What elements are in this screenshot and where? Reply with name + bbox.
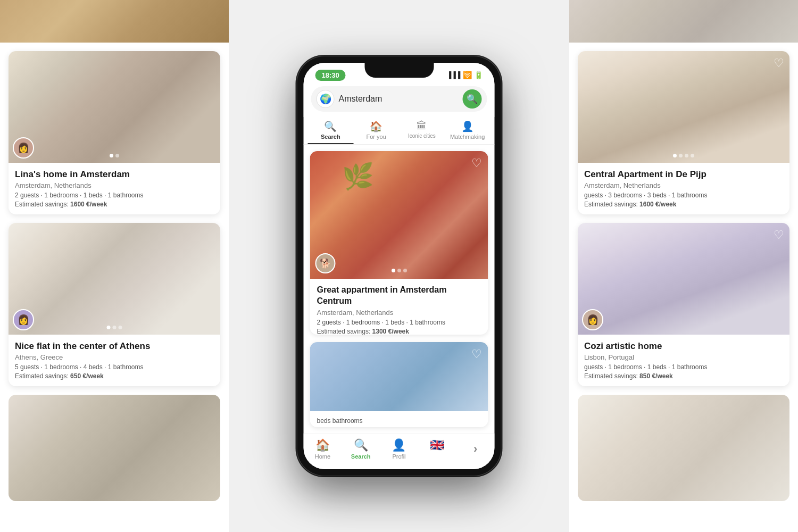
profile-label: Profil bbox=[392, 453, 405, 460]
search-nav-label: Search bbox=[351, 453, 371, 460]
bg-left-card-1-img: 👩 bbox=[9, 51, 220, 163]
heart-right-2[interactable]: ♡ bbox=[774, 228, 784, 242]
search-nav-icon: 🔍 bbox=[354, 438, 368, 452]
tab-for-you-icon: 🏠 bbox=[370, 120, 383, 132]
bg-card-1-title: Lina's home in Amsterdam bbox=[15, 169, 214, 180]
heart-right-1[interactable]: ♡ bbox=[774, 56, 784, 70]
dot-row-2 bbox=[107, 326, 122, 329]
tab-iconic-cities-label: Iconic cities bbox=[408, 133, 436, 139]
app-content: 🌿 🐕 ♡ Great appartment in Amsterdam Cent… bbox=[304, 145, 495, 434]
listing-1-img: 🌿 🐕 ♡ bbox=[310, 151, 488, 279]
dot-row-1 bbox=[110, 154, 119, 157]
tab-for-you-label: For you bbox=[366, 134, 386, 140]
bg-right-card-1-savings: Estimated savings: 1600 €/week bbox=[584, 201, 783, 208]
bg-card-2-location: Athens, Greece bbox=[15, 353, 214, 361]
bg-right-card-2-location: Lisbon, Portugal bbox=[584, 353, 783, 361]
bg-card-2-title: Nice flat in the center of Athens bbox=[15, 341, 214, 352]
bg-card-1-location: Amsterdam, Netherlands bbox=[15, 181, 214, 189]
listing-1-details: 2 guests · 1 bedrooms · 1 beds · 1 bathr… bbox=[317, 319, 481, 326]
bg-left-card-1: 👩 Lina's home in Amsterdam Amsterdam, Ne… bbox=[9, 51, 220, 214]
tab-search[interactable]: 🔍 Search bbox=[308, 117, 354, 144]
bottom-nav-home[interactable]: 🏠 Home bbox=[304, 438, 342, 460]
avatar-2: 👩 bbox=[13, 309, 34, 330]
tab-search-icon: 🔍 bbox=[324, 120, 337, 132]
tab-matchmaking-label: Matchmaking bbox=[450, 134, 485, 140]
bg-right-card-1-location: Amsterdam, Netherlands bbox=[584, 181, 783, 189]
bg-right-card-1-title: Central Apartment in De Pijp bbox=[584, 169, 783, 180]
battery-icon: 🔋 bbox=[474, 71, 483, 79]
bg-right-card-1: ♡ Central Apartment in De Pijp Amsterdam… bbox=[578, 51, 789, 214]
bg-right-card-1-details: guests · 3 bedrooms · 3 beds · 1 bathroo… bbox=[584, 192, 783, 199]
bg-right-column: ♡ Central Apartment in De Pijp Amsterdam… bbox=[569, 0, 798, 532]
bg-card-2-savings: Estimated savings: 650 €/week bbox=[15, 372, 214, 380]
status-time: 18:30 bbox=[315, 70, 346, 80]
bg-card-1-details: 2 guests · 1 bedrooms · 1 beds · 1 bathr… bbox=[15, 192, 214, 199]
phone-screen: 18:30 ▐▐▐ 🛜 🔋 🌍 Amsterdam 🔍 bbox=[304, 63, 495, 469]
listing-1-avatar: 🐕 bbox=[315, 253, 336, 273]
globe-btn[interactable]: 🌍 bbox=[317, 90, 335, 108]
notch bbox=[364, 63, 434, 78]
bg-left-bottom-img bbox=[9, 395, 220, 501]
listing-1-location: Amsterdam, Netherlands bbox=[317, 309, 481, 317]
bottom-nav: 🏠 Home 🔍 Search 👤 Profil 🇬🇧 › bbox=[304, 434, 495, 469]
bg-right-card-2-savings: Estimated savings: 850 €/week bbox=[584, 372, 783, 380]
bg-right-bottom-img bbox=[578, 395, 789, 501]
bg-card-2-details: 5 guests · 1 bedrooms · 4 beds · 1 bathr… bbox=[15, 363, 214, 371]
tab-matchmaking-icon: 👤 bbox=[461, 120, 474, 132]
bg-right-card-2-title: Cozi artistic home bbox=[584, 341, 783, 352]
nav-tabs: 🔍 Search 🏠 For you 🏛 Iconic cities 👤 Mat… bbox=[304, 117, 495, 145]
signal-icon: ▐▐▐ bbox=[447, 71, 461, 79]
listing-1-savings: Estimated savings: 1300 €/week bbox=[317, 328, 481, 335]
bottom-nav-search[interactable]: 🔍 Search bbox=[342, 438, 380, 460]
tab-iconic-cities-icon: 🏛 bbox=[417, 120, 427, 132]
tab-search-label: Search bbox=[321, 134, 340, 140]
listing-1-heart[interactable]: ♡ bbox=[471, 156, 482, 170]
phone-wrapper: 18:30 ▐▐▐ 🛜 🔋 🌍 Amsterdam 🔍 bbox=[297, 56, 502, 476]
listing-1-title: Great appartment in Amsterdam Centrum bbox=[317, 285, 481, 307]
avatar-1: 👩 bbox=[13, 137, 34, 159]
bottom-nav-flag[interactable]: 🇬🇧 bbox=[418, 438, 456, 460]
bg-left-card-2: 👩 Nice flat in the center of Athens Athe… bbox=[9, 223, 220, 386]
listing-1-dots bbox=[392, 269, 407, 272]
bg-right-card-2: 👩 ♡ Cozi artistic home Lisbon, Portugal … bbox=[578, 223, 789, 386]
search-go-btn[interactable]: 🔍 bbox=[463, 89, 482, 109]
search-input-text[interactable]: Amsterdam bbox=[339, 94, 459, 104]
listing-2-heart[interactable]: ♡ bbox=[471, 347, 482, 361]
tab-for-you[interactable]: 🏠 For you bbox=[353, 117, 399, 144]
search-bar-container[interactable]: 🌍 Amsterdam 🔍 bbox=[311, 86, 487, 112]
listing-2-details: beds bathrooms bbox=[317, 417, 481, 425]
phone-frame: 18:30 ▐▐▐ 🛜 🔋 🌍 Amsterdam 🔍 bbox=[297, 56, 502, 476]
home-label: Home bbox=[315, 453, 330, 460]
bg-left-top-img bbox=[0, 0, 229, 43]
bg-right-card-2-img: 👩 ♡ bbox=[578, 223, 789, 335]
flag-icon: 🇬🇧 bbox=[430, 438, 444, 452]
wifi-icon: 🛜 bbox=[463, 71, 472, 79]
more-icon: › bbox=[473, 442, 477, 456]
bg-card-1-savings: Estimated savings: 1600 €/week bbox=[15, 201, 214, 208]
tab-iconic-cities[interactable]: 🏛 Iconic cities bbox=[399, 117, 445, 144]
bg-right-card-1-img: ♡ bbox=[578, 51, 789, 163]
search-header: 🌍 Amsterdam 🔍 bbox=[304, 82, 495, 117]
avatar-r2: 👩 bbox=[582, 309, 603, 330]
listing-card-1[interactable]: 🌿 🐕 ♡ Great appartment in Amsterdam Cent… bbox=[310, 151, 488, 335]
bottom-nav-profile[interactable]: 👤 Profil bbox=[380, 438, 418, 460]
bg-right-card-2-details: guests · 1 bedrooms · 1 beds · 1 bathroo… bbox=[584, 363, 783, 371]
profile-icon: 👤 bbox=[392, 438, 406, 452]
bottom-nav-more[interactable]: › bbox=[456, 438, 495, 460]
bg-right-top-img bbox=[569, 0, 798, 43]
status-icons: ▐▐▐ 🛜 🔋 bbox=[447, 71, 483, 79]
bg-left-column: 👩 Lina's home in Amsterdam Amsterdam, Ne… bbox=[0, 0, 229, 532]
dot-row-r1 bbox=[673, 154, 694, 157]
tab-matchmaking[interactable]: 👤 Matchmaking bbox=[445, 117, 491, 144]
bg-left-card-2-img: 👩 bbox=[9, 223, 220, 335]
listing-card-2[interactable]: ♡ beds bathrooms bbox=[310, 342, 488, 427]
listing-2-img: ♡ bbox=[310, 342, 488, 411]
home-icon: 🏠 bbox=[315, 438, 330, 452]
